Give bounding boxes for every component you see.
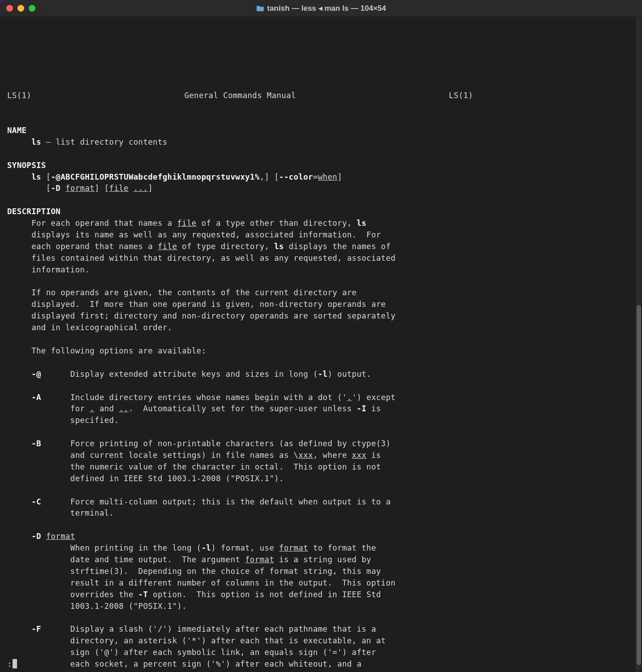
terminal-content[interactable]: LS(1)General Commands ManualLS(1) NAME l… xyxy=(0,17,642,672)
synopsis-cmd: ls xyxy=(31,172,41,181)
section-synopsis-heading: SYNOPSIS xyxy=(7,161,46,170)
terminal-window: tanish — less ◂ man ls — 104×54 LS(1)Gen… xyxy=(0,0,642,672)
man-page-content: LS(1)General Commands ManualLS(1) NAME l… xyxy=(7,78,635,672)
opt-B-flag: -B xyxy=(31,439,41,448)
opt-at-flag: -@ xyxy=(31,370,41,379)
less-prompt[interactable]: : xyxy=(7,659,17,670)
opt-A-flag: -A xyxy=(31,393,41,402)
scrollbar-thumb[interactable] xyxy=(637,305,641,665)
cmd-name: ls xyxy=(31,138,41,146)
man-header: LS(1)General Commands ManualLS(1) xyxy=(7,90,473,102)
desc-p3: The following options are available: xyxy=(31,346,206,355)
cmd-desc: list directory contents xyxy=(56,138,167,146)
traffic-lights xyxy=(6,5,35,12)
opt-D-flag: -D xyxy=(31,532,41,541)
maximize-icon[interactable] xyxy=(29,5,35,12)
opt-C-flag: -C xyxy=(31,497,41,506)
folder-icon xyxy=(256,5,264,12)
window-title-text: tanish — less ◂ man ls — 104×54 xyxy=(267,4,386,13)
titlebar[interactable]: tanish — less ◂ man ls — 104×54 xyxy=(0,0,642,17)
desc-p2: If no operands are given, the contents o… xyxy=(7,288,396,332)
section-name-heading: NAME xyxy=(7,126,26,135)
header-left: LS(1) xyxy=(7,90,31,102)
cursor-icon xyxy=(13,659,17,668)
header-right: LS(1) xyxy=(449,90,473,102)
close-icon[interactable] xyxy=(6,5,13,12)
header-center: General Commands Manual xyxy=(184,90,296,102)
window-title: tanish — less ◂ man ls — 104×54 xyxy=(256,4,386,13)
section-description-heading: DESCRIPTION xyxy=(7,207,60,216)
minimize-icon[interactable] xyxy=(17,5,24,12)
opt-F-flag: -F xyxy=(31,625,41,633)
